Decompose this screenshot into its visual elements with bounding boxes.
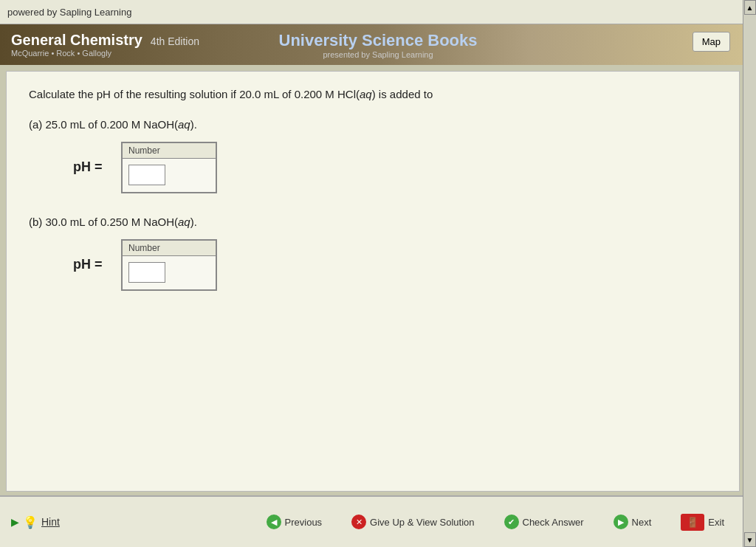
nav-buttons: ◀ Previous ✕ Give Up & View Solution ✔ C… [259,510,732,534]
book-edition: 4th Edition [151,35,199,47]
check-answer-button[interactable]: ✔ Check Answer [497,511,591,533]
right-scrollbar: ▲ ▼ [743,0,756,547]
part-a-number-field [123,159,216,192]
hint-button[interactable]: Hint [41,516,60,528]
scroll-up-icon: ▲ [746,4,754,12]
header-title-block: General Chemistry 4th Edition McQuarrie … [11,32,199,58]
next-icon: ▶ [614,515,628,529]
exit-icon-arrow: 🚪 [687,517,698,528]
header-publisher: University Science Books presented by Sa… [278,31,477,59]
part-b-ph-label: pH = [73,257,110,272]
publisher-name: University Science Books [278,31,477,50]
question-text: Calculate the pH of the resulting soluti… [29,86,717,103]
next-label: Next [632,517,652,528]
part-b-container: (b) 30.0 mL of 0.250 M NaOH(aq). pH = Nu… [29,216,717,291]
hint-section: ▶ 💡 Hint [11,515,259,529]
give-up-label: Give Up & View Solution [370,517,474,528]
hint-arrow-icon: ▶ [11,516,19,528]
part-b-number-field [123,256,216,289]
header: General Chemistry 4th Edition McQuarrie … [0,24,756,65]
give-up-button[interactable]: ✕ Give Up & View Solution [344,511,481,533]
main-content: Calculate the pH of the resulting soluti… [6,71,740,492]
book-authors: McQuarrie • Rock • Gallogly [11,49,199,58]
map-button[interactable]: Map [693,32,730,52]
give-up-icon: ✕ [351,515,366,529]
previous-button[interactable]: ◀ Previous [259,511,330,533]
book-title: General Chemistry [11,32,142,49]
part-a-container: (a) 25.0 mL of 0.200 M NaOH(aq). pH = Nu… [29,118,717,193]
part-b-text: (b) 30.0 mL of 0.250 M NaOH(aq). [29,216,197,228]
publisher-sub: presented by Sapling Learning [278,50,477,59]
hint-bulb-icon: 💡 [23,515,38,529]
scroll-down-button[interactable]: ▼ [744,532,756,547]
scroll-down-icon: ▼ [746,536,754,544]
check-icon: ✔ [504,515,519,529]
scroll-up-button[interactable]: ▲ [744,0,756,15]
previous-icon: ◀ [267,515,281,529]
check-answer-label: Check Answer [523,517,584,528]
part-b-number-label: Number [123,241,216,256]
part-b-label: (b) 30.0 mL of 0.250 M NaOH(aq). [29,216,717,228]
part-a-input-box: Number [121,142,217,193]
part-b-input-box: Number [121,239,217,291]
part-a-ph-label: pH = [73,159,110,175]
part-b-input[interactable] [128,262,165,283]
part-a-number-label: Number [123,143,216,159]
exit-label: Exit [708,517,724,528]
bottom-bar: ▶ 💡 Hint ◀ Previous ✕ Give Up & View Sol… [0,495,743,547]
question-main-text: Calculate the pH of the resulting soluti… [29,88,433,100]
top-bar: powered by Sapling Learning [0,0,756,24]
previous-label: Previous [285,517,323,528]
exit-icon: 🚪 [681,514,704,531]
part-a-input-row: pH = Number [73,142,717,193]
exit-button[interactable]: 🚪 Exit [673,510,732,534]
part-b-input-row: pH = Number [73,239,717,291]
part-a-text: (a) 25.0 mL of 0.200 M NaOH(aq). [29,118,197,131]
sapling-branding: powered by Sapling Learning [7,7,131,18]
part-a-input[interactable] [128,165,165,185]
next-button[interactable]: ▶ Next [606,511,659,533]
part-a-label: (a) 25.0 mL of 0.200 M NaOH(aq). [29,118,717,131]
